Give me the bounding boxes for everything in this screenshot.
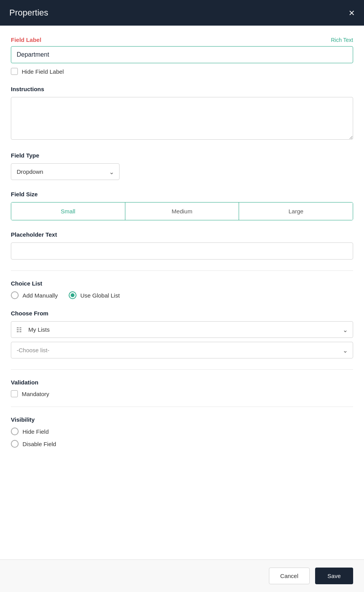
rich-text-link[interactable]: Rich Text: [331, 37, 353, 43]
disable-field-radio[interactable]: [11, 440, 19, 448]
instructions-textarea[interactable]: [11, 97, 353, 140]
field-type-select[interactable]: Dropdown Text Number Date Checkbox: [11, 163, 120, 180]
choose-list-wrapper: -Choose list- ⌄: [11, 342, 353, 358]
choose-from-label: Choose From: [11, 310, 353, 317]
hide-field-label: Hide Field: [23, 428, 49, 435]
instructions-group: Instructions: [11, 86, 353, 141]
divider-3: [11, 407, 353, 407]
field-label-input[interactable]: [11, 46, 353, 63]
mandatory-row: Mandatory: [11, 390, 353, 397]
hide-field-label-label: Hide Field Label: [22, 68, 64, 75]
visibility-options: Hide Field Disable Field: [11, 428, 353, 448]
my-lists-wrapper: ☷ My Lists ⌄: [11, 321, 353, 338]
validation-group: Validation Mandatory: [11, 379, 353, 397]
add-manually-radio[interactable]: [11, 291, 19, 299]
add-manually-row: Add Manually: [11, 291, 58, 299]
hide-field-label-row: Hide Field Label: [11, 68, 353, 75]
field-size-toggle: Small Medium Large: [11, 202, 353, 220]
placeholder-text-group: Placeholder Text: [11, 231, 353, 260]
hide-field-radio[interactable]: [11, 428, 19, 435]
choose-list-select[interactable]: -Choose list-: [11, 342, 353, 358]
field-type-group: Field Type Dropdown Text Number Date Che…: [11, 152, 353, 180]
choose-from-group: Choose From ☷ My Lists ⌄ -Choose list- ⌄: [11, 310, 353, 358]
choice-list-group: Choice List Add Manually Use Global List: [11, 280, 353, 299]
hide-field-label-checkbox[interactable]: [11, 68, 18, 75]
choose-from-selects: ☷ My Lists ⌄ -Choose list- ⌄: [11, 321, 353, 358]
instructions-label: Instructions: [11, 86, 353, 92]
field-type-select-wrapper: Dropdown Text Number Date Checkbox ⌄: [11, 163, 120, 180]
field-label-group: Field Label Rich Text Hide Field Label: [11, 36, 353, 75]
use-global-list-row: Use Global List: [69, 291, 120, 299]
size-small-button[interactable]: Small: [11, 203, 125, 220]
size-large-button[interactable]: Large: [239, 203, 353, 220]
modal-footer: Cancel Save: [0, 559, 364, 592]
visibility-group: Visibility Hide Field Disable Field: [11, 416, 353, 448]
validation-label: Validation: [11, 379, 353, 386]
field-size-group: Field Size Small Medium Large: [11, 191, 353, 220]
properties-modal: Properties × Field Label Rich Text Hide …: [0, 0, 364, 592]
divider-2: [11, 369, 353, 370]
size-medium-button[interactable]: Medium: [125, 203, 239, 220]
placeholder-text-label: Placeholder Text: [11, 231, 353, 238]
hide-field-row: Hide Field: [11, 428, 353, 435]
use-global-list-radio[interactable]: [69, 291, 76, 299]
my-lists-select[interactable]: My Lists: [11, 321, 353, 338]
field-type-label: Field Type: [11, 152, 353, 159]
modal-body: Field Label Rich Text Hide Field Label I…: [0, 26, 364, 559]
disable-field-row: Disable Field: [11, 440, 353, 448]
close-button[interactable]: ×: [349, 8, 355, 18]
choice-list-options: Add Manually Use Global List: [11, 291, 353, 299]
add-manually-label: Add Manually: [23, 292, 58, 299]
modal-title: Properties: [9, 8, 48, 18]
field-label-text: Field Label: [11, 36, 41, 43]
choice-list-label: Choice List: [11, 280, 353, 287]
visibility-label: Visibility: [11, 416, 353, 423]
mandatory-label: Mandatory: [22, 391, 49, 397]
disable-field-label: Disable Field: [23, 441, 56, 447]
mandatory-checkbox[interactable]: [11, 390, 18, 397]
divider-1: [11, 270, 353, 271]
field-label-row: Field Label Rich Text: [11, 36, 353, 43]
use-global-list-label: Use Global List: [80, 292, 120, 299]
cancel-button[interactable]: Cancel: [269, 568, 310, 584]
save-button[interactable]: Save: [315, 568, 353, 584]
field-size-label: Field Size: [11, 191, 353, 197]
modal-header: Properties ×: [0, 0, 364, 26]
placeholder-text-input[interactable]: [11, 242, 353, 260]
